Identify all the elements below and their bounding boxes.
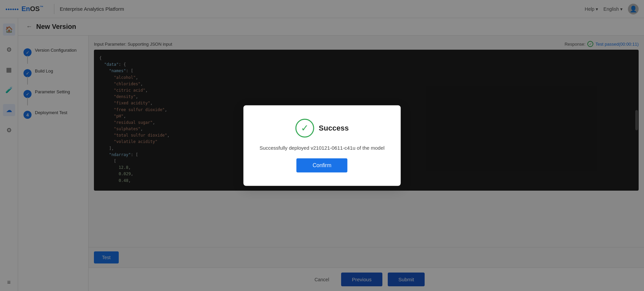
confirm-button[interactable]: Confirm [297,158,347,173]
modal-header: ✓ Success [295,118,348,137]
success-modal: ✓ Success Successfully deployed v210121-… [244,105,401,186]
modal-title: Success [319,124,348,132]
modal-body: Successfully deployed v210121-0611-c41u … [260,144,385,152]
success-icon: ✓ [295,118,314,137]
